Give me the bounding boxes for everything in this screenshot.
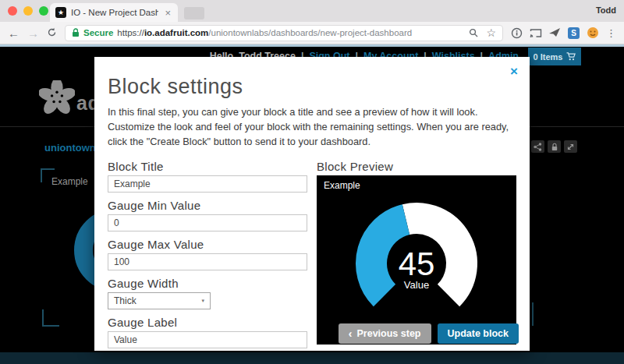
modal-title: Block settings bbox=[108, 75, 516, 99]
dashboard-page: Hello, Todd Treece | Sign Out | My Accou… bbox=[0, 44, 624, 364]
modal-description: In this final step, you can give your bl… bbox=[108, 104, 516, 150]
gauge-label-label: Gauge Label bbox=[108, 316, 307, 329]
browser-menu-icon[interactable]: ⋮ bbox=[606, 27, 616, 39]
window-close-button[interactable] bbox=[8, 6, 17, 16]
gauge-width-value: Thick bbox=[114, 295, 136, 306]
gauge-label-text: Value bbox=[404, 279, 429, 291]
lock-button[interactable] bbox=[548, 140, 561, 153]
url-scheme: https:// bbox=[117, 28, 144, 37]
browser-profile-name: Todd bbox=[596, 5, 616, 15]
gauge-width-label: Gauge Width bbox=[108, 277, 307, 290]
gauge-max-label: Gauge Max Value bbox=[108, 238, 307, 251]
reload-button[interactable] bbox=[47, 27, 57, 39]
gauge-label-input[interactable] bbox=[108, 331, 307, 348]
info-extension-icon[interactable] bbox=[511, 27, 523, 39]
preview-label: Block Preview bbox=[317, 160, 516, 173]
gauge-value: 45 bbox=[399, 246, 435, 282]
block-corner-bracket-bottom-right bbox=[532, 302, 534, 326]
chevron-down-icon: ▾ bbox=[201, 298, 204, 304]
tab-title: IO - New Project Dashboard bbox=[71, 8, 158, 17]
tab-close-icon[interactable]: × bbox=[163, 7, 172, 19]
preview-column: Block Preview Example 45 Value bbox=[317, 157, 516, 348]
preview-block: Example 45 Value bbox=[317, 175, 516, 345]
browser-tab[interactable]: ★ IO - New Project Dashboard × bbox=[50, 3, 178, 22]
share-button[interactable] bbox=[531, 140, 544, 153]
block-title-input[interactable] bbox=[108, 175, 307, 193]
secure-label: Secure bbox=[83, 28, 113, 37]
omnibox[interactable]: Secure https://io.adafruit.com/uniontown… bbox=[65, 25, 503, 41]
gauge-min-label: Gauge Min Value bbox=[108, 199, 307, 212]
settings-form: Block Title Gauge Min Value Gauge Max Va… bbox=[108, 157, 307, 348]
browser-window: ★ IO - New Project Dashboard × Todd ← → … bbox=[0, 0, 624, 364]
expand-icon bbox=[566, 143, 575, 151]
cart-label: 0 Items bbox=[534, 52, 563, 62]
previous-step-label: Previous step bbox=[357, 328, 421, 339]
modal-footer: ‹ Previous step Update block bbox=[339, 323, 519, 344]
gauge-chart: 45 Value bbox=[339, 189, 495, 330]
gauge-max-input[interactable] bbox=[108, 253, 307, 270]
gauge-width-select[interactable]: Thick ▾ bbox=[108, 292, 211, 309]
url-text[interactable]: https://io.adafruit.com/uniontownlabs/da… bbox=[117, 28, 412, 37]
lock-icon bbox=[551, 143, 558, 151]
cart-button[interactable]: 0 Items bbox=[528, 48, 581, 65]
window-controls bbox=[8, 6, 48, 16]
window-minimize-button[interactable] bbox=[23, 6, 33, 16]
block-title-label: Block Title bbox=[108, 160, 307, 173]
block-settings-modal: × Block settings In this final step, you… bbox=[94, 57, 530, 351]
search-icon[interactable] bbox=[469, 28, 479, 38]
background-block-title: Example bbox=[51, 176, 88, 187]
bookmark-star-icon[interactable]: ☆ bbox=[486, 27, 496, 38]
update-block-label: Update block bbox=[448, 328, 509, 339]
smiley-extension-icon[interactable] bbox=[587, 27, 599, 39]
modal-close-icon[interactable]: × bbox=[510, 65, 518, 78]
new-tab-button[interactable] bbox=[184, 7, 204, 19]
back-button[interactable]: ← bbox=[8, 27, 20, 39]
previous-step-button[interactable]: ‹ Previous step bbox=[339, 323, 431, 344]
adafruit-flower-icon bbox=[39, 80, 75, 115]
expand-button[interactable] bbox=[564, 140, 577, 153]
window-zoom-button[interactable] bbox=[39, 6, 48, 16]
tab-favicon-icon: ★ bbox=[55, 7, 66, 18]
block-toolbar bbox=[531, 140, 577, 153]
plane-extension-icon[interactable] bbox=[549, 28, 561, 37]
gauge-min-input[interactable] bbox=[108, 214, 307, 231]
s-extension-icon[interactable]: S bbox=[568, 27, 580, 39]
share-icon bbox=[534, 143, 542, 151]
cart-icon bbox=[566, 52, 576, 61]
url-path: /uniontownlabs/dashboards/new-project-da… bbox=[208, 28, 412, 37]
forward-button[interactable]: → bbox=[27, 27, 39, 39]
lock-icon bbox=[72, 28, 80, 37]
browser-titlebar: ★ IO - New Project Dashboard × Todd bbox=[0, 0, 624, 22]
extension-icons: S ⋮ bbox=[511, 27, 616, 39]
page-footer-strip bbox=[0, 352, 624, 364]
cast-icon[interactable] bbox=[530, 28, 542, 38]
url-host: io.adafruit.com bbox=[144, 28, 208, 37]
update-block-button[interactable]: Update block bbox=[438, 323, 519, 344]
chevron-left-icon: ‹ bbox=[349, 328, 353, 339]
browser-toolbar: ← → Secure https://io.adafruit.com/union… bbox=[0, 22, 624, 44]
reload-icon bbox=[47, 27, 57, 37]
block-corner-bracket-bottom-left bbox=[42, 309, 59, 327]
page-top-strip bbox=[0, 44, 624, 47]
